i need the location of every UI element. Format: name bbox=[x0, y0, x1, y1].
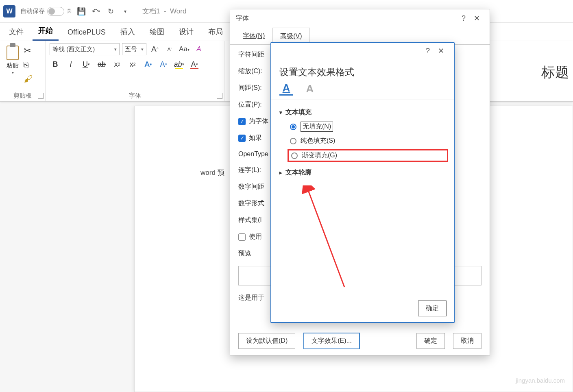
copy-icon[interactable]: ⎘ bbox=[24, 60, 33, 70]
body-text: word 预 bbox=[200, 168, 224, 177]
font-dialog-title: 字体 bbox=[236, 14, 249, 23]
document-title: 文档1 - Word bbox=[142, 7, 186, 16]
ok-button[interactable]: 确定 bbox=[416, 333, 445, 349]
tab-officeplus[interactable]: OfficePLUS bbox=[62, 25, 111, 41]
change-case-icon[interactable]: Aa▾ bbox=[178, 43, 190, 55]
text-effect-dialog: ? ✕ 设置文本效果格式 A A ▾ 文本填充 无填充(N) 纯色填充(S) 渐… bbox=[270, 42, 455, 323]
solid-fill-label: 纯色填充(S) bbox=[301, 137, 335, 145]
annotation-arrow bbox=[300, 185, 349, 291]
text-outline-tab-icon[interactable]: A bbox=[303, 82, 317, 96]
tab-file[interactable]: 文件 bbox=[3, 24, 29, 41]
font-face-value: 等线 (西文正文) bbox=[52, 46, 95, 53]
clipboard-group-label: 剪贴板 bbox=[4, 91, 41, 100]
font-color-button[interactable]: A▾ bbox=[189, 59, 200, 70]
radio-icon bbox=[290, 138, 296, 144]
underline-button[interactable]: U▾ bbox=[81, 59, 92, 70]
position-label: 位置(P): bbox=[238, 100, 272, 109]
context-label: 使用 bbox=[249, 233, 262, 241]
title-style-preview: 标题 bbox=[541, 63, 569, 82]
section-text-fill[interactable]: ▾ 文本填充 bbox=[279, 105, 446, 120]
spacing-label: 间距(S): bbox=[238, 84, 272, 92]
italic-button[interactable]: I bbox=[65, 59, 76, 70]
save-icon[interactable]: 💾 bbox=[76, 7, 86, 16]
tab-insert[interactable]: 插入 bbox=[115, 24, 141, 41]
radio-solid-fill[interactable]: 纯色填充(S) bbox=[290, 137, 446, 145]
text-effect-button-2[interactable]: A▾ bbox=[158, 59, 169, 70]
scale-label: 缩放(C): bbox=[238, 67, 272, 76]
toggle-off-label: 关 bbox=[67, 8, 72, 15]
format-painter-icon[interactable]: 🖌 bbox=[24, 74, 33, 84]
shrink-font-icon[interactable]: Aˇ bbox=[163, 43, 176, 55]
radio-icon bbox=[291, 152, 298, 159]
tab-design[interactable]: 设计 bbox=[173, 24, 199, 41]
subscript-button[interactable]: x2 bbox=[111, 59, 123, 70]
close-icon[interactable]: ✕ bbox=[470, 14, 484, 23]
no-fill-label: 无填充(N) bbox=[301, 122, 333, 132]
redo-icon[interactable]: ↻ bbox=[106, 7, 115, 16]
tab-draw[interactable]: 绘图 bbox=[144, 24, 170, 41]
fx-dialog-titlebar: ? ✕ bbox=[271, 43, 454, 59]
watermark: Baidu 经验 bbox=[508, 360, 565, 376]
font-dialog-titlebar: 字体 ? ✕ bbox=[230, 9, 490, 27]
chevron-down-icon: ▾ bbox=[279, 109, 282, 115]
toggle-switch[interactable] bbox=[47, 7, 64, 16]
qat-dropdown-icon[interactable]: ▾ bbox=[120, 7, 130, 16]
section-text-outline[interactable]: ▸ 文本轮廓 bbox=[279, 165, 446, 180]
clear-format-icon[interactable]: A bbox=[193, 43, 205, 55]
undo-icon[interactable]: ↶▾ bbox=[91, 7, 101, 16]
tab-home[interactable]: 开始 bbox=[33, 22, 59, 41]
watermark-url: jingyan.baidu.com bbox=[516, 377, 565, 384]
strike-button[interactable]: ab bbox=[96, 59, 107, 70]
set-default-button[interactable]: 设为默认值(D) bbox=[238, 333, 295, 349]
font-face-combo[interactable]: 等线 (西文正文)▾ bbox=[50, 43, 120, 55]
radio-no-fill[interactable]: 无填充(N) bbox=[290, 122, 446, 132]
autosave-label: 自动保存 bbox=[20, 7, 45, 15]
fx-dialog-title: 设置文本效果格式 bbox=[271, 59, 454, 82]
font-dialog-launcher[interactable] bbox=[217, 93, 222, 99]
radio-icon bbox=[290, 124, 296, 130]
gradient-fill-label: 渐变填充(G) bbox=[302, 151, 337, 160]
context-checkbox[interactable] bbox=[238, 233, 246, 241]
tab-layout[interactable]: 布局 bbox=[203, 24, 229, 41]
word-app-icon: W bbox=[3, 5, 15, 17]
ligature-label: 连字(L): bbox=[238, 166, 272, 174]
chevron-right-icon: ▸ bbox=[279, 170, 282, 176]
kerning-checkbox[interactable]: ✓ bbox=[238, 118, 246, 125]
clipboard-dialog-launcher[interactable] bbox=[38, 93, 44, 99]
superscript-button[interactable]: x2 bbox=[127, 59, 138, 70]
ok-button[interactable]: 确定 bbox=[418, 301, 447, 316]
text-fill-label: 文本填充 bbox=[285, 108, 312, 117]
svg-line-0 bbox=[308, 189, 344, 287]
help-icon[interactable]: ? bbox=[458, 14, 470, 23]
radio-gradient-fill[interactable]: 渐变填充(G) bbox=[288, 149, 448, 162]
grow-font-icon[interactable]: A^ bbox=[149, 43, 161, 55]
margin-corner-mark bbox=[186, 157, 192, 162]
cut-icon[interactable]: ✂ bbox=[24, 46, 33, 56]
text-effect-button[interactable]: A▾ bbox=[142, 59, 154, 70]
kerning-label: 为字体 bbox=[249, 117, 268, 126]
tab-font-basic[interactable]: 字体(N) bbox=[235, 27, 272, 44]
paste-icon[interactable] bbox=[4, 43, 21, 61]
grid-checkbox[interactable]: ✓ bbox=[238, 135, 246, 142]
group-clipboard: 粘贴 ▾ ✂ ⎘ 🖌 剪贴板 bbox=[0, 41, 46, 101]
font-size-combo[interactable]: 五号▾ bbox=[122, 43, 146, 55]
autosave-toggle[interactable]: 自动保存 关 bbox=[20, 7, 72, 16]
paste-label[interactable]: 粘贴 bbox=[7, 62, 19, 70]
highlight-button[interactable]: ab▾ bbox=[173, 59, 185, 70]
bold-button[interactable]: B bbox=[50, 59, 61, 70]
numform-label: 数字形式 bbox=[238, 199, 272, 208]
grid-label: 如果 bbox=[249, 134, 262, 142]
text-effect-button[interactable]: 文字效果(E)... bbox=[303, 333, 360, 349]
text-fill-tab-icon[interactable]: A bbox=[279, 82, 293, 96]
numspace-label: 数字间距 bbox=[238, 183, 272, 191]
text-outline-label: 文本轮廓 bbox=[285, 168, 312, 177]
cancel-button[interactable]: 取消 bbox=[453, 333, 481, 349]
close-icon[interactable]: ✕ bbox=[434, 46, 448, 55]
help-icon[interactable]: ? bbox=[422, 47, 434, 55]
font-size-value: 五号 bbox=[125, 46, 137, 53]
group-font: 等线 (西文正文)▾ 五号▾ A^ Aˇ Aa▾ A B I U▾ ab x2 … bbox=[46, 41, 224, 101]
styleset-label: 样式集(I bbox=[238, 216, 272, 224]
font-group-label: 字体 bbox=[50, 91, 220, 100]
